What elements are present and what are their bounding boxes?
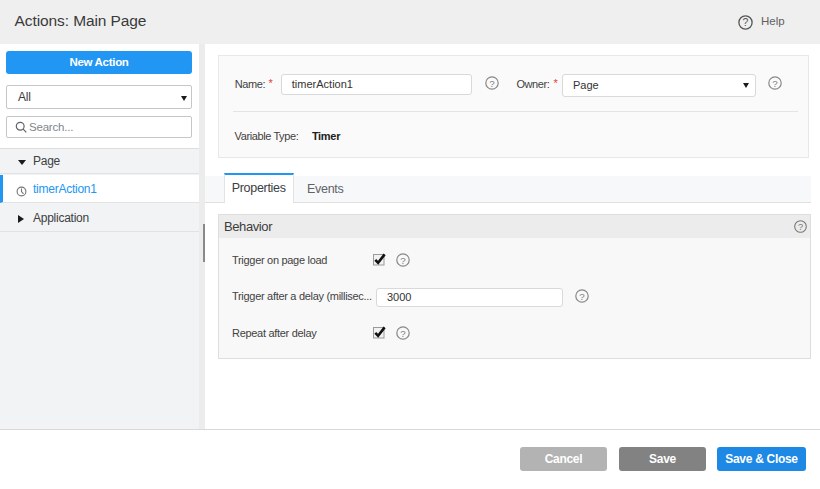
svg-text:?: ? <box>489 77 495 88</box>
svg-text:?: ? <box>772 77 778 88</box>
svg-text:?: ? <box>798 222 803 232</box>
svg-text:?: ? <box>400 328 406 339</box>
svg-text:?: ? <box>743 16 749 28</box>
svg-text:?: ? <box>579 291 585 302</box>
svg-text:?: ? <box>400 255 406 266</box>
